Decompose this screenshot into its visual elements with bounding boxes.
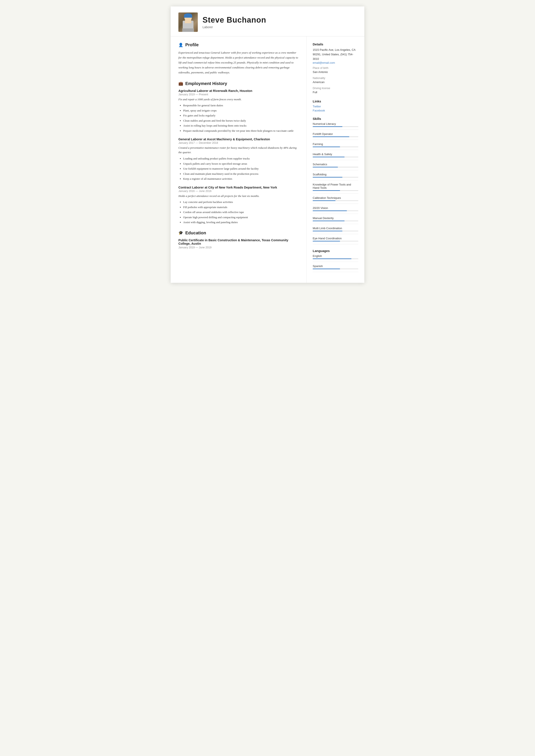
- language-name: Spanish: [313, 265, 358, 268]
- list-item: Assist with digging, leveling and paneli…: [183, 220, 299, 224]
- job-bullets-list: Loading and unloading product pallets fr…: [179, 156, 299, 181]
- skill-item: Knowledge of Power Tools and Hand Tools: [313, 183, 358, 191]
- employment-icon: 💼: [179, 81, 183, 86]
- skill-name: Numerical Literacy: [313, 122, 358, 126]
- skill-item: Health & Safety: [313, 153, 358, 157]
- skill-item: Forklift Operator: [313, 132, 358, 137]
- list-item: Assist in rolling hay loops and hoisting…: [183, 124, 299, 128]
- list-item: Lay concrete and perform backhoe activit…: [183, 200, 299, 204]
- skill-name: Eye Hand Coordination: [313, 237, 358, 240]
- list-item: Fill potholes with appropriate materials: [183, 205, 299, 210]
- skill-item: Calibration Techniques: [313, 196, 358, 201]
- resume-container: Steve Buchanon Laborer 👤 Profile Experie…: [171, 7, 364, 283]
- skill-bar-bg: [313, 167, 358, 167]
- job-bullets-list: Responsible for general farm duties Plan…: [179, 103, 299, 133]
- link-facebook[interactable]: Facebook: [313, 109, 358, 112]
- profile-icon: 👤: [179, 42, 183, 47]
- list-item: Unpack pallets and carry boxes to specif…: [183, 162, 299, 166]
- languages-section: Languages English Spanish: [313, 249, 358, 272]
- skills-section: Skills Numerical Literacy Forklift Opera…: [313, 117, 358, 244]
- education-item: Public Certificate in Basic Construction…: [179, 238, 299, 249]
- job-item: General Laborer at Ascot Machinery & Equ…: [179, 137, 299, 181]
- job-date: January 2017 — December 2018: [179, 141, 299, 144]
- skill-item: Multi Limb Coordination: [313, 227, 358, 231]
- right-column: Details 1515 Pacific Ave, Los Angeles, C…: [307, 36, 364, 283]
- links-section: Links Twitter Facebook: [313, 99, 358, 112]
- skill-bar-bg: [313, 126, 358, 127]
- skill-bar-bg: [313, 231, 358, 231]
- list-item: Prepare medicinal compounds provided by …: [183, 129, 299, 133]
- languages-title: Languages: [313, 249, 358, 253]
- list-item: Cordon off areas around sinkholes with r…: [183, 210, 299, 214]
- details-email[interactable]: email@email.com: [313, 61, 358, 64]
- candidate-title: Laborer: [203, 25, 356, 29]
- job-summary: Fix and repair a 1000 yards of farm fenc…: [179, 97, 299, 102]
- employment-section: 💼 Employment History Agricultural Labore…: [179, 81, 299, 224]
- job-bullets-list: Lay concrete and perform backhoe activit…: [179, 200, 299, 224]
- language-bar-bg: [313, 268, 358, 269]
- skill-item: Farming: [313, 142, 358, 147]
- profile-section: 👤 Profile Experienced and tenacious Gene…: [179, 42, 299, 75]
- edu-date: January 2019 — June 2019: [179, 246, 299, 249]
- job-date: January 2019 — Present: [179, 93, 299, 96]
- skill-name: Knowledge of Power Tools and Hand Tools: [313, 183, 358, 189]
- skill-bar-bg: [313, 177, 358, 178]
- skill-bar-fill: [313, 231, 342, 231]
- language-item: Spanish: [313, 265, 358, 269]
- skill-bar-bg: [313, 200, 358, 201]
- header-text: Steve Buchanon Laborer: [203, 15, 356, 29]
- skill-bar-bg: [313, 157, 358, 157]
- list-item: Fix gates and locks regularly: [183, 113, 299, 118]
- skill-bar-fill: [313, 241, 340, 241]
- candidate-name: Steve Buchanon: [203, 15, 356, 24]
- link-twitter[interactable]: Twitter: [313, 105, 358, 108]
- skill-bar-fill: [313, 200, 335, 201]
- skill-item: Eye Hand Coordination: [313, 237, 358, 241]
- skill-item: Schematics: [313, 163, 358, 167]
- driving-license: Full: [313, 90, 358, 95]
- place-of-birth-label: Place of birth: [313, 67, 358, 70]
- skill-bar-fill: [313, 126, 342, 127]
- skill-bar-fill: [313, 190, 340, 191]
- language-name: English: [313, 254, 358, 258]
- skill-bar-bg: [313, 147, 358, 147]
- skill-bar-bg: [313, 190, 358, 191]
- nationality: American: [313, 80, 358, 85]
- list-item: Use forklift equipment to maneuver large…: [183, 167, 299, 171]
- skill-item: Numerical Literacy: [313, 122, 358, 127]
- resume-body: 👤 Profile Experienced and tenacious Gene…: [171, 36, 364, 283]
- details-section: Details 1515 Pacific Ave, Los Angeles, C…: [313, 42, 358, 95]
- job-summary: Holds a perfect attendance record on all…: [179, 194, 299, 198]
- skill-name: Multi Limb Coordination: [313, 227, 358, 230]
- skill-bar-fill: [313, 177, 342, 178]
- avatar-image: [179, 13, 198, 32]
- profile-text: Experienced and tenacious General Labore…: [179, 50, 299, 75]
- job-date: January 2016 — June 2016: [179, 190, 299, 193]
- profile-section-title: 👤 Profile: [179, 42, 299, 47]
- driving-license-label: Driving license: [313, 87, 358, 90]
- job-title: Agricultural Laborer at Riverwalk Ranch,…: [179, 89, 299, 93]
- list-item: Clean stables and groom and feed the hor…: [183, 119, 299, 123]
- education-section: 🎓 Education Public Certificate in Basic …: [179, 231, 299, 249]
- skill-name: Manual Dexterity: [313, 216, 358, 220]
- job-title: General Laborer at Ascot Machinery & Equ…: [179, 137, 299, 141]
- skill-name: Health & Safety: [313, 153, 358, 156]
- employment-section-title: 💼 Employment History: [179, 81, 299, 86]
- details-title: Details: [313, 42, 358, 46]
- list-item: Plant, spray and irrigate crops: [183, 108, 299, 113]
- list-item: Clean and maintain plant machinery used …: [183, 172, 299, 176]
- education-section-title: 🎓 Education: [179, 231, 299, 236]
- skill-bar-fill: [313, 136, 349, 137]
- edu-degree: Public Certificate in Basic Construction…: [179, 238, 299, 245]
- language-bar-fill: [313, 259, 352, 259]
- skill-name: 20/20 Vision: [313, 207, 358, 210]
- skill-name: Farming: [313, 142, 358, 146]
- job-summary: Created a preventative maintenance roste…: [179, 146, 299, 155]
- language-bar-fill: [313, 268, 340, 269]
- resume-header: Steve Buchanon Laborer: [171, 7, 364, 36]
- nationality-label: Nationality: [313, 77, 358, 80]
- job-item: Agricultural Laborer at Riverwalk Ranch,…: [179, 89, 299, 133]
- skill-bar-fill: [313, 210, 347, 211]
- skill-bar-fill: [313, 167, 338, 167]
- job-item: Contract Laborer at City of New York Roa…: [179, 186, 299, 224]
